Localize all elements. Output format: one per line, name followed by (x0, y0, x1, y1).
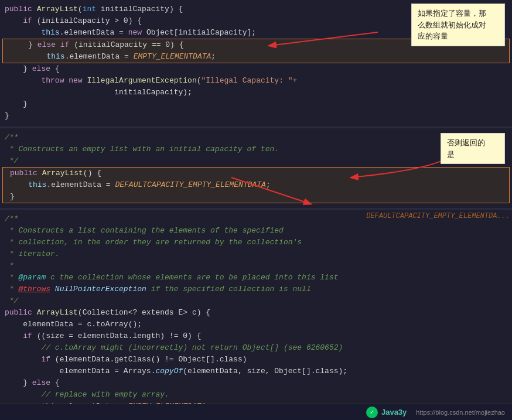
s2l3: */ (0, 155, 512, 167)
s2l4: public ArrayList() { (5, 168, 507, 179)
s1l8: initialCapacity); (0, 87, 512, 98)
s3l13: if (elementData.getClass() != Object[].c… (0, 354, 512, 366)
s2-highlighted: public ArrayList() { this.elementData = … (2, 167, 510, 203)
s1l10: } (0, 110, 512, 122)
s1l9: } (0, 98, 512, 110)
s3l11: if ((size = elementData.length) != 0) { (0, 330, 512, 342)
section1: public ArrayList(int initialCapacity) { … (0, 0, 512, 128)
s2l1: /** (0, 132, 512, 144)
s1l5: this.elementData = EMPTY_ELEMENTDATA; (5, 51, 507, 63)
s3l5: * (0, 260, 512, 272)
s3l14: elementData = Arrays.copyOf(elementData,… (0, 366, 512, 377)
s3l4: * iterator. (0, 248, 512, 260)
s3l6: * @param c the collection whose elements… (0, 272, 512, 284)
section3: DEFAULTCAPACITY_EMPTY_ELEMENTDA... /** *… (0, 210, 512, 420)
watermark: DEFAULTCAPACITY_EMPTY_ELEMENTDA... (366, 212, 512, 220)
section2: /** * Constructs an empty list with an i… (0, 128, 512, 210)
s3l3: * collection, in the order they are retu… (0, 237, 512, 248)
annotation-box-2: 否则返回的是 (441, 133, 505, 164)
s3l15: } else { (0, 377, 512, 389)
s3l12: // c.toArray might (incorrectly) not ret… (0, 342, 512, 354)
s3l8: */ (0, 295, 512, 307)
java3y-brand: Java3y (381, 408, 407, 416)
s3l7: * @throws NullPointerException if the sp… (0, 284, 512, 295)
annotation-box-1: 如果指定了容量，那么数组就初始化成对应的容量 (411, 4, 505, 46)
wechat-icon: ✓ (366, 407, 378, 418)
bottom-bar: ✓ Java3y https://blog.csdn.net/mojiezhao (0, 404, 512, 420)
s2l6: } (5, 191, 507, 203)
s3l9: public ArrayList(Collection<? extends E>… (0, 307, 512, 319)
s3l10: elementData = c.toArray(); (0, 319, 512, 330)
s1l6: } else { (0, 63, 512, 75)
s1l7: throw new IllegalArgumentException("Ille… (0, 75, 512, 87)
url-text: https://blog.csdn.net/mojiezhao (416, 409, 505, 416)
s3l2: * Constructs a list containing the eleme… (0, 225, 512, 237)
s2l2: * Constructs an empty list with an initi… (0, 144, 512, 155)
s3l16: // replace with empty array. (0, 389, 512, 401)
code-container: public ArrayList(int initialCapacity) { … (0, 0, 512, 420)
s2l5: this.elementData = DEFAULTCAPACITY_EMPTY… (5, 179, 507, 191)
